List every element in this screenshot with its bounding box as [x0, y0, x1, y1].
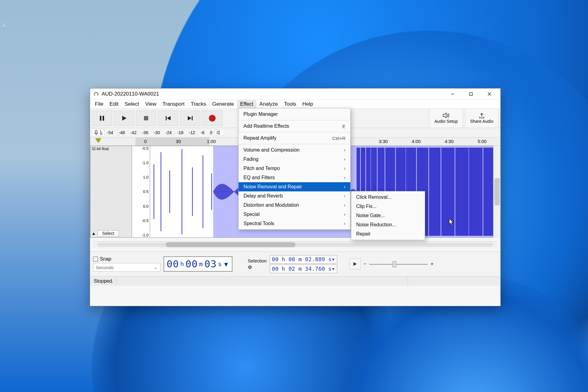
skip-start-button[interactable]: [158, 111, 178, 126]
skip-end-button[interactable]: [180, 111, 200, 126]
menu-item-repeat-amplify[interactable]: Repeat AmplifyCtrl+R: [239, 134, 350, 143]
chevron-right-icon: ›: [344, 175, 345, 180]
snap-units-combo[interactable]: Seconds ⌄: [93, 263, 160, 272]
menu-analyze[interactable]: Analyze: [256, 100, 281, 108]
share-icon: [479, 113, 485, 118]
maximize-button[interactable]: [462, 89, 480, 100]
svg-rect-21: [182, 149, 182, 234]
svg-rect-18: [153, 164, 154, 219]
record-button[interactable]: [202, 111, 222, 126]
stop-button[interactable]: [136, 111, 156, 126]
playhead-marker-icon[interactable]: [96, 138, 101, 143]
svg-rect-34: [428, 146, 429, 237]
svg-point-1: [97, 94, 99, 96]
chevron-right-icon: ›: [344, 202, 345, 208]
svg-rect-20: [169, 170, 170, 213]
menu-help[interactable]: Help: [299, 100, 316, 108]
mic-icon: [94, 130, 98, 135]
svg-rect-10: [166, 116, 167, 120]
menu-transport[interactable]: Transport: [160, 100, 188, 108]
menu-item-plugin-manager[interactable]: Plugin Manager: [239, 110, 350, 119]
snap-checkbox[interactable]: [93, 257, 98, 262]
chevron-right-icon: ›: [344, 166, 345, 171]
share-audio-button[interactable]: Share Audio: [465, 108, 499, 128]
chevron-right-icon: ›: [344, 221, 345, 226]
track-control-panel[interactable]: 32-bit float ▲ Select: [90, 146, 132, 238]
position-time-display[interactable]: 00h 00m 03s▾: [164, 256, 232, 272]
track-select-button[interactable]: Select: [98, 230, 119, 236]
share-audio-label: Share Audio: [470, 119, 493, 124]
menu-tools[interactable]: Tools: [281, 100, 300, 108]
submenu-item-click-removal-[interactable]: Click Removal...: [351, 193, 425, 202]
collapse-icon[interactable]: ▲: [92, 231, 96, 236]
svg-rect-3: [470, 93, 473, 96]
svg-point-0: [94, 94, 96, 96]
status-text: Stopped.: [94, 277, 117, 286]
svg-rect-13: [192, 116, 193, 120]
close-button[interactable]: [480, 89, 499, 100]
selection-label: Selection: [248, 258, 267, 263]
submenu-item-noise-gate-[interactable]: Noise Gate...: [351, 211, 425, 220]
desktop-shortcut-label[interactable]: 6...: [2, 23, 10, 29]
menu-item-fading[interactable]: Fading›: [239, 155, 350, 164]
app-window: AUD-20220110-WA0021 FileEditSelectViewTr…: [90, 88, 501, 306]
speed-plus: +: [431, 261, 433, 267]
svg-rect-35: [441, 146, 441, 237]
svg-marker-12: [188, 116, 191, 120]
menu-item-spectral-tools[interactable]: Spectral Tools›: [239, 219, 350, 228]
desktop: 6... AUD-20220110-WA0021 FileEditSelectV…: [0, 0, 588, 392]
svg-marker-14: [443, 113, 446, 118]
svg-rect-6: [100, 116, 101, 121]
record-meter-button[interactable]: LR: [92, 129, 104, 136]
play-meter-button[interactable]: [215, 130, 224, 136]
playback-speed-slider[interactable]: [369, 262, 428, 266]
submenu-item-noise-reduction-[interactable]: Noise Reduction...: [351, 220, 425, 229]
menu-item-special[interactable]: Special›: [239, 210, 350, 219]
gear-icon[interactable]: ⚙: [248, 264, 267, 270]
menu-item-noise-removal-and-repair[interactable]: Noise Removal and Repair›: [239, 182, 350, 191]
menu-view[interactable]: View: [142, 100, 160, 108]
selection-start-display[interactable]: 00 h 00 m 02.889 s▾: [270, 255, 337, 264]
svg-rect-23: [202, 155, 203, 228]
vertical-scrollbar[interactable]: [493, 146, 500, 238]
play-button[interactable]: [114, 111, 134, 126]
menu-file[interactable]: File: [92, 100, 106, 108]
speed-minus: −: [364, 261, 366, 267]
svg-rect-7: [103, 116, 104, 121]
titlebar[interactable]: AUD-20220110-WA0021: [90, 89, 500, 100]
menu-item-distortion-and-modulation[interactable]: Distortion and Modulation›: [239, 201, 350, 210]
selection-toolbar: Snap Seconds ⌄ 00h 00m 03s▾ Selection ⚙ …: [90, 251, 500, 276]
menu-item-eq-and-filters[interactable]: EQ and Filters›: [239, 173, 350, 182]
speaker-small-icon: [217, 130, 222, 135]
svg-rect-36: [454, 146, 455, 237]
cursor-icon: [449, 218, 454, 226]
menu-item-delay-and-reverb[interactable]: Delay and Reverb›: [239, 191, 350, 201]
menu-generate[interactable]: Generate: [209, 100, 237, 108]
chevron-right-icon: ›: [344, 156, 345, 162]
chevron-right-icon: ›: [344, 184, 345, 190]
pause-button[interactable]: [92, 111, 112, 126]
chevron-right-icon: ›: [344, 193, 345, 199]
selection-end-display[interactable]: 00 h 02 m 34.760 s▾: [270, 265, 337, 273]
svg-rect-15: [95, 130, 97, 133]
submenu-item-repair[interactable]: Repair: [351, 229, 425, 239]
menu-effect[interactable]: Effect: [237, 100, 256, 108]
menu-edit[interactable]: Edit: [106, 100, 121, 108]
menu-item-add-realtime-effects[interactable]: Add Realtime EffectsE: [239, 122, 350, 131]
svg-rect-24: [211, 173, 212, 210]
app-icon: [93, 91, 99, 97]
menu-item-pitch-and-tempo[interactable]: Pitch and Tempo›: [239, 164, 350, 173]
snap-label: Snap: [100, 256, 111, 262]
submenu-item-clip-fix-[interactable]: Clip Fix...: [351, 202, 425, 211]
menu-select[interactable]: Select: [122, 100, 142, 108]
svg-rect-22: [192, 168, 193, 216]
menu-tracks[interactable]: Tracks: [188, 100, 209, 108]
audio-setup-button[interactable]: Audio Setup: [429, 108, 463, 128]
audio-setup-label: Audio Setup: [434, 119, 458, 124]
horizontal-scrollbar[interactable]: [93, 241, 497, 248]
play-at-speed-button[interactable]: [349, 258, 360, 270]
menu-item-volume-and-compression[interactable]: Volume and Compression›: [239, 145, 350, 155]
minimize-button[interactable]: [443, 89, 462, 100]
amplitude-scale: -0.5-1.01.00.50.0-0.5-1.0: [132, 146, 150, 238]
status-bar: Stopped.: [90, 276, 500, 286]
